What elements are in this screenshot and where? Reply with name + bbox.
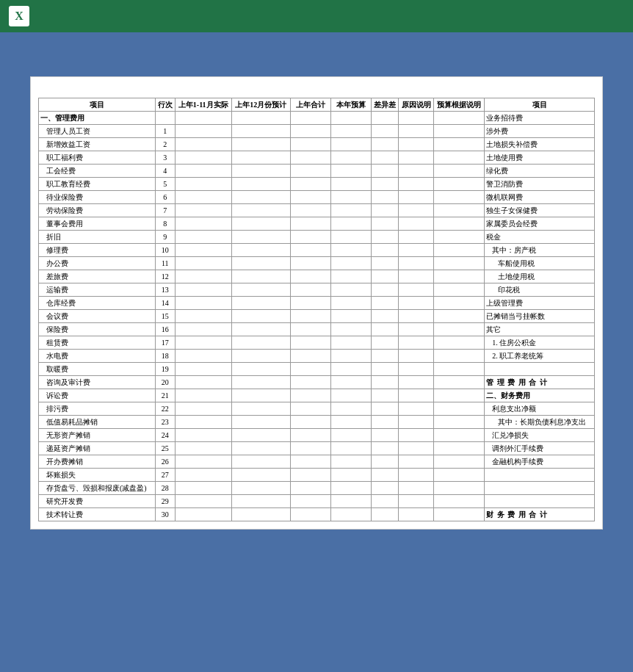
row-num: 4 (156, 165, 176, 178)
col-diff (372, 138, 399, 151)
col-reason (399, 257, 434, 270)
col-reason (399, 429, 434, 442)
col-reason (399, 508, 434, 521)
col-dec (231, 112, 290, 125)
col-budget (330, 442, 371, 455)
left-label: 低值易耗品摊销 (39, 416, 156, 429)
col-diff (372, 442, 399, 455)
col-budget (330, 125, 371, 138)
col-reason (399, 416, 434, 429)
col-dec (231, 508, 290, 521)
col-dec (231, 204, 290, 217)
col-basis (434, 442, 485, 455)
table-row: 劳动保险费7独生子女保健费 (39, 204, 595, 217)
col-budget (330, 310, 371, 323)
col-total (290, 469, 330, 482)
col-reason (399, 323, 434, 336)
col-dec (231, 125, 290, 138)
col-basis (434, 455, 485, 469)
col-diff (372, 416, 399, 429)
col-budget (330, 469, 371, 482)
right-label: 印花税 (485, 283, 595, 297)
col-reason (399, 244, 434, 257)
col-actual (175, 310, 231, 323)
col-diff (372, 389, 399, 402)
row-num: 14 (156, 297, 176, 310)
table-row: 差旅费12土地使用税 (39, 270, 595, 283)
col-reason (399, 165, 434, 178)
left-label: 研究开发费 (39, 495, 156, 508)
col-basis (434, 402, 485, 416)
col-diff (372, 178, 399, 191)
col-dec (231, 323, 290, 336)
col-total (290, 455, 330, 469)
col-basis (434, 336, 485, 350)
col-diff (372, 402, 399, 416)
left-label: 管理人员工资 (39, 125, 156, 138)
table-row: 租赁费171. 住房公积金 (39, 336, 595, 350)
col-diff (372, 217, 399, 231)
right-label: 利息支出净额 (485, 402, 595, 416)
col-diff (372, 336, 399, 350)
col-budget (330, 455, 371, 469)
row-num: 3 (156, 151, 176, 165)
right-label: 独生子女保健费 (485, 204, 595, 217)
col-reason (399, 389, 434, 402)
col-actual (175, 191, 231, 204)
col-basis (434, 165, 485, 178)
table-row: 咨询及审计费20管 理 费 用 合 计 (39, 376, 595, 389)
col-budget (330, 112, 371, 125)
col-header-reason: 原因说明 (399, 98, 434, 112)
row-num: 21 (156, 389, 176, 402)
table-row: 待业保险费6微机联网费 (39, 191, 595, 204)
col-actual (175, 376, 231, 389)
left-label: 职工教育经费 (39, 178, 156, 191)
row-num: 8 (156, 217, 176, 231)
table-row: 保险费16其它 (39, 323, 595, 336)
col-budget (330, 151, 371, 165)
col-budget (330, 283, 371, 297)
row-num: 10 (156, 244, 176, 257)
col-dec (231, 244, 290, 257)
right-label: 家属委员会经费 (485, 217, 595, 231)
table-row: 水电费182. 职工养老统筹 (39, 350, 595, 363)
col-budget (330, 429, 371, 442)
left-label: 劳动保险费 (39, 204, 156, 217)
col-total (290, 231, 330, 244)
right-label: 土地损失补偿费 (485, 138, 595, 151)
meta-row (38, 93, 595, 96)
col-diff (372, 469, 399, 482)
col-diff (372, 257, 399, 270)
right-label: 土地使用税 (485, 270, 595, 283)
row-num: 26 (156, 455, 176, 469)
right-label: 二、财务费用 (485, 389, 595, 402)
col-dec (231, 270, 290, 283)
col-reason (399, 482, 434, 495)
table-row: 仓库经费14上级管理费 (39, 297, 595, 310)
row-num: 28 (156, 482, 176, 495)
col-actual (175, 323, 231, 336)
col-dec (231, 217, 290, 231)
table-row: 坏账损失27 (39, 469, 595, 482)
col-reason (399, 231, 434, 244)
col-total (290, 402, 330, 416)
col-actual (175, 270, 231, 283)
table-row: 折旧9税金 (39, 231, 595, 244)
row-num: 9 (156, 231, 176, 244)
col-reason (399, 204, 434, 217)
col-header-item-right: 项目 (485, 98, 595, 112)
left-label: 递延资产摊销 (39, 442, 156, 455)
col-total (290, 350, 330, 363)
table-row: 董事会费用8家属委员会经费 (39, 217, 595, 231)
col-budget (330, 257, 371, 270)
col-actual (175, 257, 231, 270)
left-label: 技术转让费 (39, 508, 156, 521)
col-budget (330, 495, 371, 508)
excel-icon: X (9, 6, 29, 26)
col-budget (330, 217, 371, 231)
left-label: 诉讼费 (39, 389, 156, 402)
right-label: 绿化费 (485, 165, 595, 178)
left-label: 折旧 (39, 231, 156, 244)
col-dec (231, 363, 290, 376)
table-row: 诉讼费21二、财务费用 (39, 389, 595, 402)
